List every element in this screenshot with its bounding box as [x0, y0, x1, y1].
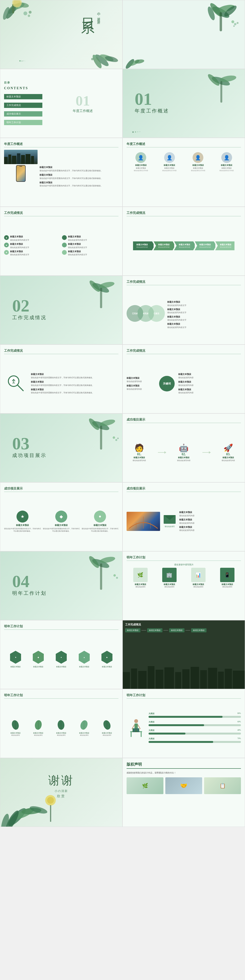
svg-rect-79 [138, 671, 147, 689]
plant-decoration-bottomright [80, 39, 123, 69]
work-item-6: 标题文本预设 请在此处填写内容文字 [62, 250, 118, 256]
copyright-img-2: 🤝 [165, 777, 202, 794]
progress-bar-2 [149, 724, 241, 726]
svg-text:■: ■ [107, 656, 108, 659]
progress-fill-2 [149, 724, 204, 726]
step-02-body: 请在此处填写内容 [177, 460, 191, 462]
hex-svg-5: ■ [101, 650, 113, 664]
envelope-text-2: 标题文本预设 请在此处填写内容 [179, 518, 241, 525]
keyword-right-3: 标题文本预设 请在此处填写内容 [178, 388, 241, 394]
svg-point-24 [234, 23, 236, 25]
venn-item-1: 标题文本预设 请在此处填写内容文字 [167, 301, 241, 307]
photo-body-4: 请在此处填写 [213, 586, 241, 588]
progress-content: 明年工作计划 [123, 689, 245, 758]
keyword-right-2: 标题文本预设 请在此处填写内容 [178, 380, 241, 387]
magnifier-texts: 标题文本预设 请在此处中填写您所需要的内容文字，字体与样式可以通过格式刷来修改。… [31, 373, 118, 394]
dark-city-overlay: 工作完成情况 标准文本预设 标准文本预设 标准文本预设 标准文本预设 [125, 623, 242, 632]
deco-dots [19, 60, 25, 62]
section03-plant [79, 414, 122, 461]
steps-body: 🧑 01. 标题文本预设 请在此处填写内容 🤖 02. 标题文本预设 请在此处填… [127, 425, 241, 479]
leaf-svg-1 [11, 720, 20, 730]
photo-hint: 请在形状中填写照片 [127, 563, 241, 566]
arrow-item-4: 标题文本预设 请在此处填写内容 [195, 242, 214, 250]
keyword-content: 工作完成情况 标题文本预设 请在此处填写内容 标题文本预设 请在此处填写内容 关… [123, 345, 245, 413]
progress-label-2: 大类别 [149, 721, 154, 723]
copyright-img-3: 📋 [204, 777, 241, 794]
envelope-text-1: 标题文本预设 请在此处填写内容 [179, 511, 241, 517]
leaf-svg-4 [80, 720, 88, 730]
photo-placeholder-3: 📊 [191, 568, 205, 582]
project-label-1: 标题文本预设 [4, 524, 41, 527]
step-01-num: 01. [132, 452, 146, 456]
svg-point-52 [113, 436, 115, 439]
avatar-1: 👤 [135, 152, 146, 163]
dark-city-bg [123, 660, 245, 689]
svg-rect-88 [218, 671, 224, 689]
annual-title: 年度工作概述 [4, 142, 118, 147]
hex-2: ◆ 标题文本预设 [32, 650, 44, 668]
svg-rect-85 [191, 667, 199, 689]
hex-4: ▲ 标题文本预设 [78, 650, 90, 668]
avatar-2: 👤 [164, 152, 175, 163]
project-body-1: 请在此处中填写您所需要的内容文字，字体与样式可以通过格式刷来修改。 [4, 528, 41, 532]
svg-point-64 [113, 574, 116, 577]
avatar-3: 👤 [192, 152, 204, 163]
person-detail-1: 请在此处填写文字内容 [130, 170, 152, 172]
copyright-title: 版权声明 [127, 762, 241, 769]
magnifier-title: 工作完成情况 [4, 348, 118, 354]
slide-section-04: 04 明年工作计划 [0, 551, 123, 620]
leaf-body-2: 请在此处填写 [29, 734, 48, 737]
keyword-left-1: 标题文本预设 请在此处填写内容 [127, 377, 155, 383]
slide-hexagons: 明年工作计划 ★ 标题文本预设 ◆ 标题文本预设 [0, 620, 123, 689]
contents-layout: 目录 CONTENTS 标题文本预设 工作完成情况 成功项目展示 明年工作计划 … [4, 73, 118, 134]
keyword-right-1: 标题文本预设 请在此处填写内容 [178, 373, 241, 379]
work-icon-1: ● [4, 235, 9, 240]
slide-progress: 明年工作计划 [123, 689, 245, 758]
photo-label-2: 标题文本预设 [156, 583, 183, 586]
process-item-3: 标准文本预设 [169, 628, 185, 632]
svg-text:◆: ◆ [38, 656, 39, 659]
envelope-title: 成功项目展示 [127, 487, 241, 492]
progress-bar-1 [149, 716, 241, 718]
svg-rect-34 [4, 157, 8, 164]
slide-work-status-1: 工作完成情况 ● 标题文本预设 请在此处填写内容文字 ● 标题文本预设 [0, 207, 123, 275]
step-03-num: 03. [221, 452, 235, 456]
section-content-01: 01 年度工作概述 [135, 91, 169, 114]
envelope-svg [164, 515, 176, 524]
step-arrow-2 [202, 452, 210, 453]
step-02-num: 02. [177, 452, 191, 456]
hexagons-row: ★ 标题文本预设 ◆ 标题文本预设 ● 标题文本预设 [4, 632, 118, 686]
progress-bar-4 [149, 741, 241, 743]
section04-text: 明年工作计划 [12, 590, 47, 597]
svg-rect-120 [50, 805, 51, 822]
svg-point-15 [93, 55, 96, 58]
work-icon-3: ● [4, 250, 9, 255]
cover-main-title: 日系 [81, 7, 94, 19]
toc-items: 标题文本预设 工作完成情况 成功项目展示 明年工作计划 [4, 93, 42, 126]
hex-label-4: 标题文本预设 [78, 666, 90, 668]
person-sitting-area [127, 717, 146, 739]
venn-items: 标题文本预设 请在此处填写内容文字 标题文本预设 请在此处填写内容文字 标题文本… [167, 301, 241, 329]
phone-mockup [16, 165, 25, 182]
person-sitting-svg [128, 717, 145, 738]
progress-label-4: 大类别 [149, 737, 154, 740]
photo-placeholder-2: 🏢 [162, 568, 177, 582]
progress-row-4: 大类别 70% [149, 737, 241, 744]
project3-title: 成功项目展示 [4, 487, 118, 492]
svg-point-106 [134, 719, 138, 723]
svg-rect-35 [8, 154, 11, 164]
magnifier-content: 工作完成情况 标题文本预设 [0, 345, 122, 413]
svg-point-5 [24, 11, 27, 15]
person-card-3: 👤 标题文本预设 标题文本预设 请在此处填写文字内容 [187, 152, 209, 172]
leaf-label-2: 标题文本预设 [29, 732, 48, 734]
person-role-4: 标题文本预设 [216, 167, 237, 169]
project-icon-3: ● [94, 511, 106, 523]
leaf-body-5: 请在此处填写 [97, 734, 116, 737]
svg-point-53 [115, 439, 117, 441]
svg-rect-82 [164, 667, 174, 689]
svg-point-6 [29, 11, 32, 14]
step-03-label: 标题文本预设 [221, 456, 235, 459]
keyword-center: 关键词 [157, 376, 177, 391]
envelope-content: 成功项目展示 请在此处填写 [123, 483, 245, 551]
process-item-1: 标准文本预设 [125, 628, 140, 632]
